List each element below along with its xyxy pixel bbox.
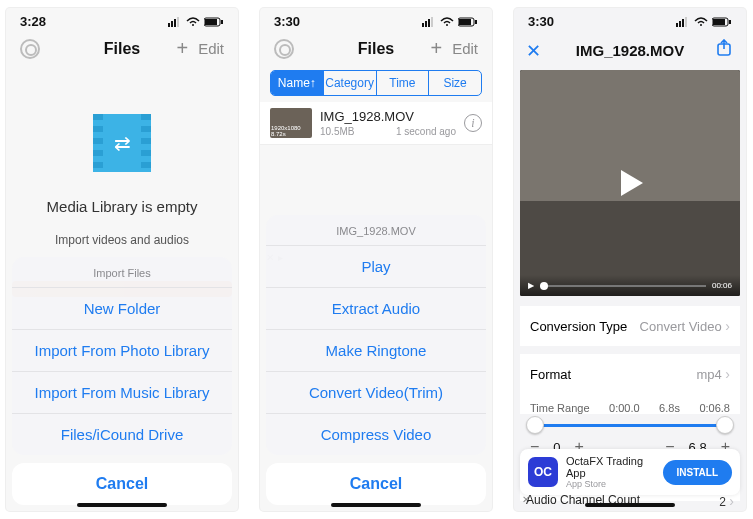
svg-rect-11 <box>431 17 433 27</box>
screen-empty-library: 3:28 Files +Edit ⇄ Media Library is empt… <box>6 8 238 511</box>
media-library-icon: ⇄ <box>93 114 151 172</box>
file-thumbnail: 1920x1080 8.72s <box>270 108 312 138</box>
svg-rect-2 <box>174 19 176 27</box>
status-time: 3:28 <box>20 14 46 29</box>
action-extract-audio[interactable]: Extract Audio <box>266 288 486 330</box>
ad-banner[interactable]: OC OctaFX Trading App App Store INSTALL <box>520 449 740 495</box>
battery-icon <box>458 17 478 27</box>
info-icon[interactable]: i <box>464 114 482 132</box>
status-right <box>422 17 478 27</box>
time-range-slider[interactable] <box>530 416 730 434</box>
sort-segmented: Name↑ Category Time Size <box>270 70 482 96</box>
page-title: IMG_1928.MOV <box>550 42 710 59</box>
cancel-button[interactable]: Cancel <box>12 463 232 505</box>
status-bar: 3:30 <box>260 8 492 31</box>
svg-rect-9 <box>425 21 427 27</box>
svg-point-12 <box>446 24 448 26</box>
action-make-ringtone[interactable]: Make Ringtone <box>266 330 486 372</box>
seek-bar[interactable] <box>540 285 706 287</box>
nav-bar: ✕ IMG_1928.MOV <box>514 31 746 70</box>
value: mp4 <box>696 367 721 382</box>
seg-size[interactable]: Size <box>429 71 481 95</box>
action-new-folder[interactable]: New Folder <box>12 288 232 330</box>
seg-name[interactable]: Name↑ <box>271 71 324 95</box>
screen-file-actions: 3:30 Files +Edit Name↑ Category Time Siz… <box>260 8 492 511</box>
row-conversion-type[interactable]: Conversion Type Convert Video › <box>520 306 740 346</box>
svg-rect-0 <box>168 23 170 27</box>
chevron-right-icon: › <box>725 366 730 382</box>
play-icon[interactable] <box>613 166 647 200</box>
home-indicator[interactable] <box>331 503 421 507</box>
nav-bar: Files +Edit <box>260 31 492 68</box>
time-total: 00:06 <box>712 281 732 290</box>
file-row[interactable]: 1920x1080 8.72s IMG_1928.MOV 10.5MB1 sec… <box>260 102 492 145</box>
svg-rect-10 <box>428 19 430 27</box>
row-format[interactable]: Format mp4 › <box>520 354 740 394</box>
action-import-music[interactable]: Import From Music Library <box>12 372 232 414</box>
edit-button[interactable]: Edit <box>198 40 224 57</box>
action-play[interactable]: Play <box>266 246 486 288</box>
svg-point-20 <box>700 24 702 26</box>
sheet-title: IMG_1928.MOV <box>266 215 486 246</box>
svg-rect-18 <box>682 19 684 27</box>
status-bar: 3:30 <box>514 8 746 31</box>
edit-button[interactable]: Edit <box>452 40 478 57</box>
signal-icon <box>168 17 182 27</box>
nav-bar: Files +Edit <box>6 31 238 68</box>
svg-rect-14 <box>459 19 471 25</box>
label: Conversion Type <box>530 319 627 334</box>
action-compress-video[interactable]: Compress Video <box>266 414 486 455</box>
status-time: 3:30 <box>274 14 300 29</box>
signal-icon <box>422 17 436 27</box>
action-import-photo[interactable]: Import From Photo Library <box>12 330 232 372</box>
svg-rect-22 <box>713 19 725 25</box>
ad-subtitle: App Store <box>566 479 663 489</box>
video-controls: ▶ 00:00 00:06 <box>520 275 740 296</box>
label: Format <box>530 367 571 382</box>
empty-title: Media Library is empty <box>47 198 198 215</box>
svg-rect-23 <box>729 20 731 24</box>
value: Convert Video <box>640 319 722 334</box>
chevron-right-icon: › <box>725 318 730 334</box>
file-name: IMG_1928.MOV <box>320 109 456 124</box>
svg-point-4 <box>192 24 194 26</box>
svg-marker-25 <box>621 170 643 196</box>
svg-rect-15 <box>475 20 477 24</box>
gear-icon[interactable] <box>274 39 294 59</box>
wifi-icon <box>440 17 454 27</box>
add-button[interactable]: + <box>176 37 188 60</box>
tr-start: 0:00.0 <box>609 402 640 414</box>
sheet-title: Import Files <box>12 257 232 288</box>
install-button[interactable]: INSTALL <box>663 460 732 485</box>
action-sheet: Import Files New Folder Import From Phot… <box>12 257 232 505</box>
seg-time[interactable]: Time <box>377 71 430 95</box>
battery-icon <box>712 17 732 27</box>
wifi-icon <box>694 17 708 27</box>
svg-rect-6 <box>205 19 217 25</box>
status-right <box>168 17 224 27</box>
cancel-button[interactable]: Cancel <box>266 463 486 505</box>
value: 2 <box>719 495 726 509</box>
video-player[interactable]: ▶ 00:00 00:06 <box>520 70 740 296</box>
signal-icon <box>676 17 690 27</box>
svg-rect-7 <box>221 20 223 24</box>
action-convert-video[interactable]: Convert Video(Trim) <box>266 372 486 414</box>
chevron-right-icon: › <box>729 493 734 509</box>
share-icon[interactable] <box>710 39 734 62</box>
seg-category[interactable]: Category <box>324 71 377 95</box>
ad-app-icon: OC <box>528 457 558 487</box>
close-icon[interactable]: ✕ <box>526 40 550 62</box>
home-indicator[interactable] <box>585 503 675 507</box>
page-title: Files <box>328 40 424 58</box>
label: Time Range <box>530 402 590 414</box>
tr-end: 0:06.8 <box>699 402 730 414</box>
add-button[interactable]: + <box>430 37 442 60</box>
page-title: Files <box>74 40 170 58</box>
home-indicator[interactable] <box>77 503 167 507</box>
status-time: 3:30 <box>528 14 554 29</box>
ad-title: OctaFX Trading App <box>566 455 663 479</box>
gear-icon[interactable] <box>20 39 40 59</box>
action-files-icloud[interactable]: Files/iCound Drive <box>12 414 232 455</box>
play-small-icon[interactable]: ▶ <box>528 281 534 290</box>
row-time-range: Time Range 0:00.0 6.8s 0:06.8 <box>520 394 740 414</box>
